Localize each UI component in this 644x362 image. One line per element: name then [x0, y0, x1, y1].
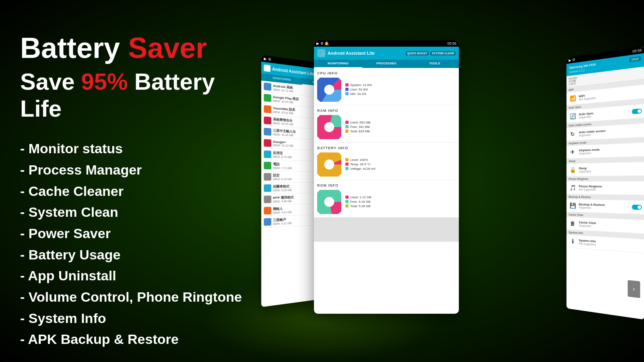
legend-dot	[345, 92, 349, 95]
tab-tools[interactable]: TOOLS	[411, 60, 459, 68]
legend-dot	[345, 88, 349, 91]
app-actions: QUICK BOOST SYSTEM CLEAR	[406, 51, 456, 56]
main-phone: ▶ ⚙ 🔔 05:56 🔧 Android Assistant Lite QUI…	[314, 40, 459, 314]
feature-system: - System Clean	[20, 202, 246, 223]
ram-title: RAM INFO	[317, 109, 456, 113]
tool-ringtone[interactable]: 🎵 Phone Ringtone Not Supported	[566, 181, 644, 195]
rom-title: ROM INFO	[317, 183, 456, 187]
legend-item: Temp: 26.5 °C	[345, 162, 376, 166]
ram-pie-chart	[317, 115, 341, 139]
tool-info: WiFi Not Supported	[579, 88, 642, 101]
cache-icon: 🗑	[569, 219, 577, 228]
legend-dot	[345, 121, 349, 124]
tab-processes[interactable]: PROCESSES	[362, 60, 411, 68]
process-icon	[264, 184, 271, 192]
app-icon: 🔧	[317, 49, 325, 57]
legend-dot	[345, 200, 349, 203]
next-arrow-button[interactable]: ›	[627, 280, 640, 298]
battery-title: BATTERY INFO	[317, 146, 456, 150]
cpu-content: System: 13.9% User: 52.8% Idle: 33.3%	[317, 78, 456, 102]
legend-item: Idle: 33.3%	[345, 92, 372, 96]
tool-info: Sleep Supported	[579, 165, 642, 173]
legend-dot	[345, 125, 349, 128]
legend-item: Used: 1.12 GB	[345, 195, 371, 199]
main-title: Battery Saver	[20, 32, 246, 64]
legend-dot	[345, 162, 349, 166]
app-icon	[264, 64, 270, 72]
features-list: - Monitor status - Process Manager - Cac…	[20, 138, 246, 350]
subtitle-red: 95%	[81, 68, 128, 95]
process-icon	[264, 105, 271, 113]
main-app-bar: 🔧 Android Assistant Lite QUICK BOOST SYS…	[314, 47, 459, 60]
process-icon	[264, 195, 271, 203]
title-white: Battery	[20, 32, 120, 64]
main-tabs: MONITORING PROCESSES TOOLS	[314, 60, 459, 68]
airplane-icon: ✈	[569, 148, 577, 156]
process-icon	[264, 116, 271, 124]
sleep-icon: 🔒	[569, 165, 577, 174]
process-icon	[264, 173, 271, 181]
feature-process: - Process Manager	[20, 159, 246, 181]
feature-uninstall: - App Uninstall	[20, 265, 246, 286]
subtitle-white-1: Save	[20, 68, 74, 95]
legend-dot	[345, 158, 349, 161]
save-button[interactable]: SAVE	[629, 56, 641, 62]
legend-item: Total: 833 MB	[345, 130, 371, 133]
process-icon	[264, 162, 271, 169]
tool-info: System Info Not Supported	[579, 239, 642, 249]
battery-content: Level: 100% Temp: 26.5 °C Voltage: 4118 …	[317, 152, 456, 177]
hero-section: Battery Saver Save 95% Battery Life - Mo…	[20, 32, 246, 350]
legend-item: Free: 181 MB	[345, 125, 371, 129]
subtitle: Save 95% Battery Life	[20, 68, 246, 122]
tools-list: WiFi 📶 WiFi Not Supported Auto Sync 🔄 Au…	[566, 79, 644, 253]
tab-monitoring[interactable]: MONITORING	[314, 60, 362, 68]
feature-apk: - APK Backup & Restore	[20, 329, 246, 350]
legend-item: Free: 4.16 GB	[345, 200, 371, 204]
quick-boost-button[interactable]: QUICK BOOST	[406, 51, 429, 56]
legend-item: Total: 5.28 GB	[345, 204, 371, 208]
ringtone-icon: 🎵	[569, 183, 577, 192]
process-icon	[264, 82, 271, 91]
battery-info-section: BATTERY INFO Level: 100% Temp: 26.5 °C	[314, 143, 459, 180]
legend-dot	[345, 195, 349, 199]
rotate-icon: ↻	[569, 130, 577, 138]
sysinfo-icon: ℹ	[569, 237, 577, 246]
tool-info: Airplane mode Supported	[579, 146, 642, 155]
ram-content: Used: 652 MB Free: 181 MB Total: 833 MB	[317, 115, 456, 139]
legend-dot	[345, 204, 349, 208]
main-status-bar: ▶ ⚙ 🔔 05:56	[314, 40, 459, 47]
cpu-info-section: CPU INFO System: 13.9% User: 52.8%	[314, 68, 459, 105]
system-clear-button[interactable]: SYSTEM CLEAR	[430, 51, 456, 56]
cpu-title: CPU INFO	[317, 71, 456, 75]
wifi-icon: 📶	[569, 94, 577, 103]
process-icon	[264, 218, 271, 226]
tool-sleep[interactable]: 🔒 Sleep Supported	[566, 162, 644, 177]
feature-battery: - Battery Usage	[20, 244, 246, 265]
ram-info-section: RAM INFO Used: 652 MB Free: 181 MB	[314, 105, 459, 143]
tool-info: Phone Ringtone Not Supported	[579, 185, 642, 191]
empty-area	[314, 218, 459, 242]
tool-info: Backup & Restore Supported	[579, 203, 630, 210]
right-phone: ▶ ⚙ 05:56 Samsung SM-T210 SAVE Android 4…	[566, 46, 644, 319]
phones-container: ▶ ⚙ 05:56 Android Assistant Lite MONITOR…	[262, 0, 644, 362]
rom-info-section: ROM INFO Used: 1.12 GB Free: 4.16 GB	[314, 180, 459, 218]
tool-info: Auto Sync Supported	[579, 109, 630, 119]
rom-legend: Used: 1.12 GB Free: 4.16 GB Total: 5.28 …	[345, 195, 371, 209]
battery-legend: Level: 100% Temp: 26.5 °C Voltage: 4118 …	[345, 158, 376, 171]
cpu-legend: System: 13.9% User: 52.8% Idle: 33.3%	[345, 83, 372, 97]
tool-info: Auto rotate screen Supported	[579, 127, 642, 137]
legend-item: User: 52.8%	[345, 88, 372, 91]
cpu-pie-chart	[317, 78, 341, 102]
legend-item: Used: 652 MB	[345, 121, 371, 124]
backup-toggle[interactable]	[632, 205, 642, 210]
legend-dot	[345, 83, 349, 86]
section-header: Phone Ringtone	[566, 176, 644, 181]
backup-icon: 💾	[569, 201, 577, 210]
legend-item: System: 13.9%	[345, 83, 372, 87]
feature-power: - Power Saver	[20, 223, 246, 244]
autosync-toggle[interactable]	[632, 108, 642, 114]
feature-cache: - Cache Cleaner	[20, 181, 246, 202]
ram-legend: Used: 652 MB Free: 181 MB Total: 833 MB	[345, 121, 371, 134]
tool-info: Cache Clear Supported	[579, 220, 642, 230]
feature-monitor: - Monitor status	[20, 138, 246, 159]
